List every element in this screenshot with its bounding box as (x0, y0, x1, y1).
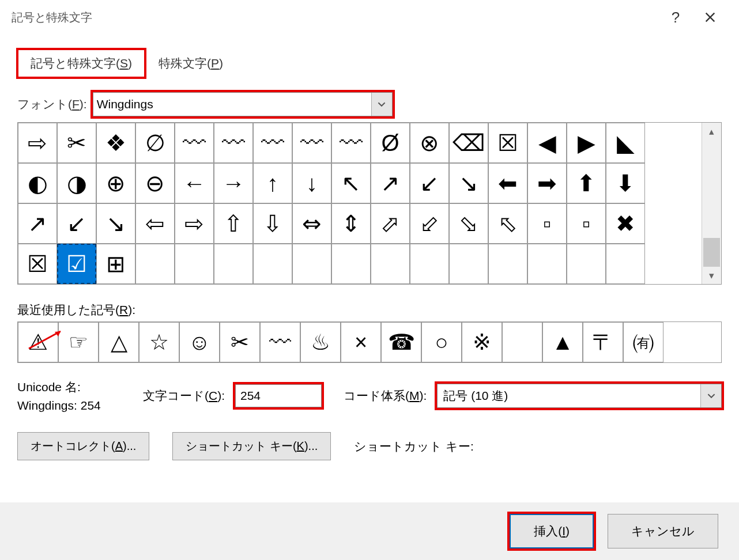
symbol-cell[interactable]: ← (175, 163, 214, 203)
vertical-scrollbar[interactable]: ▴ ▾ (702, 123, 721, 284)
autocorrect-button[interactable]: オートコレクト(A)... (17, 432, 149, 460)
recent-symbol-cell[interactable]: × (341, 322, 381, 362)
symbol-cell[interactable]: ▫ (567, 203, 606, 244)
symbol-cell[interactable] (567, 244, 606, 284)
recent-symbol-cell[interactable]: ☆ (139, 322, 179, 362)
symbol-cell[interactable] (253, 244, 292, 284)
symbol-cell[interactable]: 〰 (331, 123, 371, 163)
cancel-button[interactable]: キャンセル (608, 514, 718, 548)
symbol-cell[interactable]: ⇦ (135, 203, 175, 244)
symbol-cell[interactable]: 〰 (292, 123, 331, 163)
symbol-cell[interactable]: ∅ (135, 123, 175, 163)
recent-symbol-cell[interactable]: ▲ (542, 322, 583, 362)
chevron-down-icon (700, 384, 721, 407)
unicode-name-label: Unicode 名: (17, 379, 133, 395)
symbol-cell[interactable]: ↙ (410, 163, 449, 203)
symbol-cell[interactable]: ⬇ (606, 163, 645, 203)
codesys-select[interactable]: 記号 (10 進) (437, 384, 722, 408)
symbol-cell[interactable]: Ø (371, 123, 410, 163)
symbol-cell[interactable]: 〰 (175, 123, 214, 163)
symbol-cell[interactable]: ↗ (18, 203, 57, 244)
symbol-cell[interactable]: ⊗ (410, 123, 449, 163)
symbol-cell[interactable]: ⊕ (96, 163, 135, 203)
symbol-cell[interactable]: ⬁ (488, 203, 527, 244)
tab-special-chars[interactable]: 特殊文字(P) (145, 49, 236, 78)
charcode-input[interactable] (235, 384, 322, 407)
symbol-cell[interactable]: ◑ (57, 163, 96, 203)
recent-symbol-cell[interactable]: 〒 (583, 322, 623, 362)
symbol-cell[interactable]: ↗ (371, 163, 410, 203)
symbol-cell[interactable]: ✖ (606, 203, 645, 244)
symbol-cell[interactable]: ◣ (606, 123, 645, 163)
symbol-cell[interactable] (331, 244, 371, 284)
symbol-cell[interactable]: ➡ (527, 163, 567, 203)
insert-button[interactable]: 挿入(I) (510, 514, 594, 548)
symbol-cell[interactable]: ☒ (488, 123, 527, 163)
symbol-cell[interactable]: ⬃ (410, 203, 449, 244)
symbol-cell[interactable]: ☑ (57, 244, 96, 284)
scroll-down-icon[interactable]: ▾ (702, 267, 721, 284)
recent-symbol-cell[interactable]: ☺ (179, 322, 220, 362)
symbol-cell[interactable]: ↘ (96, 203, 135, 244)
scroll-up-icon[interactable]: ▴ (702, 123, 721, 140)
symbol-cell[interactable] (371, 244, 410, 284)
symbol-cell[interactable]: ⇧ (214, 203, 253, 244)
symbol-cell[interactable] (527, 244, 567, 284)
symbol-cell[interactable]: ⬆ (567, 163, 606, 203)
symbol-cell[interactable]: ❖ (96, 123, 135, 163)
recent-symbol-cell[interactable] (502, 322, 542, 362)
symbol-cell[interactable]: ↙ (57, 203, 96, 244)
tab-symbols[interactable]: 記号と特殊文字(S) (17, 49, 145, 78)
close-button[interactable] (693, 3, 727, 32)
recent-symbol-cell[interactable]: ♨ (300, 322, 341, 362)
symbol-cell[interactable] (175, 244, 214, 284)
symbol-cell[interactable]: ▫ (527, 203, 567, 244)
recent-symbol-cell[interactable]: ☎ (381, 322, 421, 362)
symbol-cell[interactable]: ⇨ (175, 203, 214, 244)
symbol-cell[interactable]: ✂ (57, 123, 96, 163)
symbol-cell[interactable]: ◀ (527, 123, 567, 163)
symbol-cell[interactable] (135, 244, 175, 284)
symbol-cell[interactable] (410, 244, 449, 284)
scroll-thumb[interactable] (703, 238, 720, 267)
recent-symbol-cell[interactable]: ㈲ (623, 322, 663, 362)
symbol-cell[interactable]: ◐ (18, 163, 57, 203)
symbol-cell[interactable] (214, 244, 253, 284)
symbol-cell[interactable]: ⌫ (449, 123, 488, 163)
recent-symbol-cell[interactable]: 〰 (260, 322, 300, 362)
shortcutkey-button[interactable]: ショートカット キー(K)... (172, 432, 331, 460)
symbol-cell[interactable]: ↑ (253, 163, 292, 203)
symbol-cell[interactable]: → (214, 163, 253, 203)
symbol-cell[interactable]: ⇩ (253, 203, 292, 244)
symbol-cell[interactable]: ⇕ (331, 203, 371, 244)
symbol-cell[interactable]: ☒ (18, 244, 57, 284)
recent-symbol-cell[interactable]: ○ (421, 322, 462, 362)
symbol-cell[interactable]: ⇨ (18, 123, 57, 163)
symbol-cell[interactable]: ⬂ (449, 203, 488, 244)
symbol-cell[interactable]: ↓ (292, 163, 331, 203)
recent-symbol-cell[interactable]: ※ (462, 322, 502, 362)
recent-symbol-cell[interactable]: ✂ (220, 322, 260, 362)
recent-symbol-cell[interactable]: △ (99, 322, 139, 362)
symbol-cell[interactable]: ⬅ (488, 163, 527, 203)
symbol-cell[interactable] (606, 244, 645, 284)
symbol-cell[interactable]: ↘ (449, 163, 488, 203)
recent-symbol-cell[interactable]: ⚠ (18, 322, 58, 362)
symbol-cell[interactable]: ↖ (331, 163, 371, 203)
symbol-cell[interactable] (292, 244, 331, 284)
symbol-cell[interactable]: ⊞ (96, 244, 135, 284)
codesys-label: コード体系(M): (344, 388, 427, 404)
font-select[interactable]: Wingdings (93, 92, 393, 116)
symbol-cell[interactable] (449, 244, 488, 284)
symbol-cell[interactable]: ⊖ (135, 163, 175, 203)
symbol-cell[interactable]: ⇔ (292, 203, 331, 244)
recent-symbol-cell[interactable]: ☞ (58, 322, 99, 362)
symbol-cell[interactable]: ▶ (567, 123, 606, 163)
symbol-grid: ⇨✂❖∅〰〰〰〰〰Ø⊗⌫☒◀▶◣◐◑⊕⊖←→↑↓↖↗↙↘⬅➡⬆⬇↗↙↘⇦⇨⇧⇩⇔… (18, 123, 702, 284)
symbol-cell[interactable]: 〰 (214, 123, 253, 163)
help-button[interactable]: ? (658, 3, 693, 32)
symbol-cell[interactable]: ⬀ (371, 203, 410, 244)
symbol-cell[interactable] (488, 244, 527, 284)
dialog-title: 記号と特殊文字 (12, 10, 92, 25)
symbol-cell[interactable]: 〰 (253, 123, 292, 163)
